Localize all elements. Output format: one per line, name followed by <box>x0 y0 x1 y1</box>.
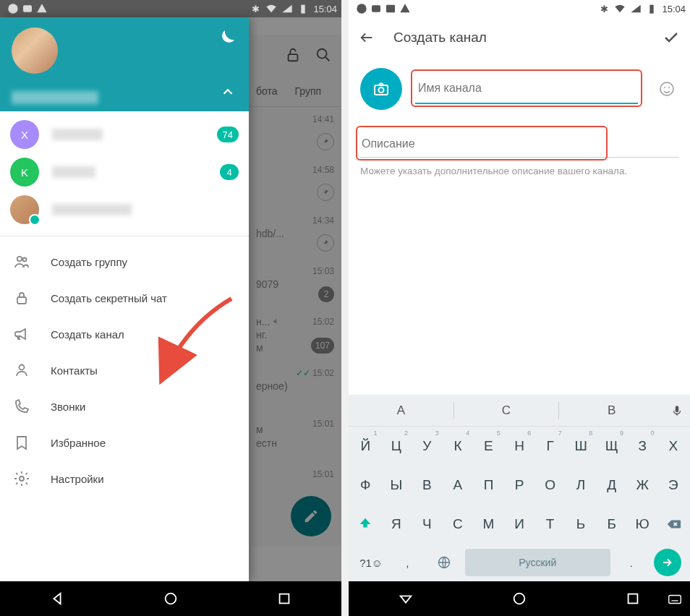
back-nav-icon[interactable] <box>49 591 65 607</box>
key-О[interactable]: О <box>534 466 566 505</box>
menu-settings[interactable]: Настройки <box>0 461 249 497</box>
smile-icon <box>658 80 676 98</box>
key-Ю[interactable]: Ю <box>627 505 658 544</box>
svg-point-8 <box>20 365 25 370</box>
channel-description-input[interactable] <box>360 130 678 158</box>
key-Ц[interactable]: Ц2 <box>381 427 412 466</box>
home-nav-icon[interactable] <box>163 591 179 607</box>
comma-key[interactable]: , <box>389 544 425 581</box>
key-Щ[interactable]: Щ9 <box>596 427 627 466</box>
create-channel-form: Можете указать дополнительное описание в… <box>349 58 690 179</box>
profile-avatar[interactable] <box>12 27 58 74</box>
recent-nav-icon[interactable] <box>625 591 641 607</box>
key-П[interactable]: П <box>473 466 504 505</box>
recent-nav-icon[interactable] <box>276 591 292 607</box>
key-В[interactable]: В <box>412 466 443 505</box>
menu-label: Создать канал <box>51 328 124 341</box>
account-name-blurred <box>52 129 103 140</box>
svg-rect-25 <box>669 596 681 604</box>
key-Т[interactable]: Т <box>534 505 566 544</box>
key-А[interactable]: А <box>443 466 474 505</box>
key-Ч[interactable]: Ч <box>412 505 443 544</box>
key-М[interactable]: М <box>473 505 504 544</box>
account-avatar: X <box>10 120 39 149</box>
key-Е[interactable]: Е5 <box>473 427 504 466</box>
phone-right: ✱ 15:04 Создать канал <box>349 0 690 616</box>
statusbar-left: ✱ 15:04 <box>0 0 341 17</box>
shift-key[interactable] <box>350 505 381 544</box>
key-Л[interactable]: Л <box>566 466 597 505</box>
key-Э[interactable]: Э <box>657 466 689 505</box>
key-Б[interactable]: Б <box>596 505 627 544</box>
suggestion[interactable]: В <box>559 403 664 418</box>
keyboard-switch-icon[interactable] <box>667 591 683 607</box>
description-hint: Можете указать дополнительное описание в… <box>360 165 678 179</box>
account-row[interactable]: K 4 <box>0 153 249 191</box>
key-Д[interactable]: Д <box>596 466 627 505</box>
confirm-check-icon[interactable] <box>663 29 680 46</box>
key-У[interactable]: У3 <box>412 427 443 466</box>
emoji-button[interactable] <box>655 77 678 100</box>
period-key[interactable]: . <box>613 544 649 581</box>
menu-create-group[interactable]: Создать группу <box>0 244 249 280</box>
key-Р[interactable]: Р <box>504 466 535 505</box>
key-И[interactable]: И <box>504 505 535 544</box>
phone-icon <box>13 398 30 415</box>
menu-label: Избранное <box>51 437 106 449</box>
key-Н[interactable]: Н6 <box>504 427 535 466</box>
menu-create-secret[interactable]: Создать секретный чат <box>0 280 249 316</box>
key-Ш[interactable]: Ш8 <box>566 427 597 466</box>
spacebar-key[interactable]: Русский <box>465 549 610 576</box>
key-Ь[interactable]: Ь <box>566 505 597 544</box>
android-navbar <box>0 581 341 616</box>
svg-point-10 <box>166 594 176 604</box>
back-nav-keyboard-icon[interactable] <box>398 591 414 607</box>
menu-calls[interactable]: Звонки <box>0 388 249 424</box>
key-Ф[interactable]: Ф <box>350 466 381 505</box>
back-arrow-icon[interactable] <box>359 30 375 46</box>
menu-label: Создать секретный чат <box>51 292 167 304</box>
channel-photo-button[interactable] <box>360 68 402 110</box>
menu-contacts[interactable]: Контакты <box>0 352 249 388</box>
android-navbar <box>349 581 690 616</box>
key-Я[interactable]: Я <box>381 505 412 544</box>
svg-rect-24 <box>629 594 638 604</box>
person-icon <box>13 362 30 379</box>
signal-icon <box>281 3 293 14</box>
bluetooth-icon: ✱ <box>598 3 610 14</box>
home-nav-icon[interactable] <box>511 591 527 607</box>
phone-left: ✱ 15:04 бота Групп 14:41 14:58 hdb/...14… <box>0 0 341 616</box>
key-З[interactable]: З0 <box>627 427 658 466</box>
night-mode-icon[interactable] <box>214 27 237 51</box>
backspace-key[interactable] <box>657 505 689 544</box>
account-row[interactable] <box>0 191 249 228</box>
svg-rect-7 <box>17 297 26 304</box>
channel-name-input[interactable] <box>415 74 638 104</box>
account-row[interactable]: X 74 <box>0 116 249 153</box>
gear-icon <box>13 470 30 487</box>
key-К[interactable]: К4 <box>443 427 474 466</box>
mic-button[interactable] <box>664 404 690 417</box>
signal-icon <box>630 3 642 14</box>
arrow-right-icon <box>661 556 674 569</box>
globe-key[interactable] <box>426 544 462 581</box>
camera-icon <box>372 80 390 98</box>
svg-point-18 <box>660 82 673 95</box>
key-Г[interactable]: Г7 <box>534 427 566 466</box>
svg-rect-16 <box>375 85 388 95</box>
symbols-key[interactable]: ?1☺ <box>353 544 389 581</box>
svg-point-5 <box>17 257 22 261</box>
lock-icon <box>13 289 30 307</box>
menu-saved[interactable]: Избранное <box>0 424 249 461</box>
appbar: Создать канал <box>349 17 690 58</box>
key-Ж[interactable]: Ж <box>627 466 658 505</box>
key-Х[interactable]: Х <box>657 427 689 466</box>
menu-create-channel[interactable]: Создать канал <box>0 316 249 352</box>
key-С[interactable]: С <box>443 505 474 544</box>
enter-key[interactable] <box>654 549 681 576</box>
suggestion[interactable]: С <box>454 403 559 418</box>
key-Ы[interactable]: Ы <box>381 466 412 505</box>
suggestion[interactable]: А <box>349 403 453 418</box>
key-Й[interactable]: Й1 <box>350 427 381 466</box>
chevron-up-icon[interactable] <box>220 84 236 103</box>
